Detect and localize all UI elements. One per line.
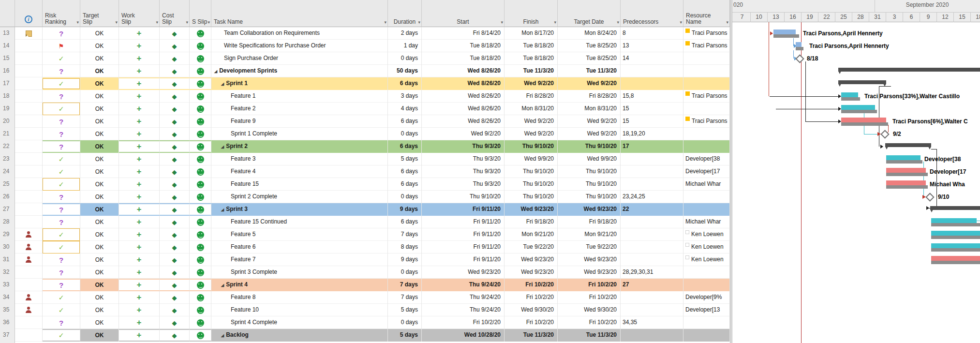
cell-finish[interactable]: Mon 8/17/20 [505, 27, 558, 40]
cell-sslip[interactable] [190, 228, 211, 241]
cell-res[interactable] [683, 191, 730, 203]
cell-res[interactable] [683, 52, 730, 65]
cell-id[interactable]: 27 [0, 203, 15, 216]
cell-work[interactable]: + [119, 279, 160, 291]
cell-tdate[interactable]: Wed 9/9/20 [558, 153, 621, 165]
cell-id[interactable]: 25 [0, 178, 15, 191]
cell-res[interactable]: Ken Loewen [683, 241, 730, 254]
cell-duration[interactable]: 5 days [388, 304, 422, 316]
task-bar[interactable] [931, 218, 977, 223]
cell-res[interactable] [683, 316, 730, 329]
cell-pred[interactable] [621, 77, 683, 90]
cell-task[interactable]: Feature 6 [211, 241, 388, 254]
cell-risk[interactable]: ? [43, 203, 80, 216]
cell-res[interactable] [683, 140, 730, 153]
cell-duration[interactable]: 0 days [388, 191, 422, 203]
cell-pred[interactable]: 8 [621, 27, 683, 40]
expand-triangle-icon[interactable]: ◢ [214, 69, 217, 74]
cell-tdate[interactable]: Tue 11/3/20 [558, 65, 621, 77]
cell-tdate[interactable]: Fri 9/18/20 [558, 216, 621, 228]
task-bar[interactable] [931, 243, 980, 248]
summary-bar[interactable] [930, 206, 980, 210]
cell-tdate[interactable]: Thu 9/10/20 [558, 140, 621, 153]
cell-id[interactable]: 29 [0, 228, 15, 241]
cell-id[interactable]: 32 [0, 266, 15, 279]
cell-res[interactable] [683, 203, 730, 216]
cell-cost[interactable]: ◆ [160, 304, 190, 316]
cell-finish[interactable]: Fri 10/2/20 [505, 291, 558, 304]
cell-start[interactable]: Wed 9/23/20 [422, 266, 505, 279]
cell-cost[interactable]: ◆ [160, 241, 190, 254]
cell-info[interactable] [15, 329, 43, 342]
cell-risk[interactable]: ? [43, 279, 80, 291]
cell-tdate[interactable]: Tue 8/25/20 [558, 52, 621, 65]
cell-start[interactable]: Thu 9/3/20 [422, 165, 505, 178]
cell-work[interactable]: + [119, 203, 160, 216]
cell-start[interactable]: Fri 10/2/20 [422, 316, 505, 329]
cell-start[interactable]: Thu 9/3/20 [422, 140, 505, 153]
cell-start[interactable]: Fri 9/11/20 [422, 254, 505, 266]
cell-finish[interactable]: Wed 9/2/20 [505, 115, 558, 128]
cell-target[interactable]: OK [80, 52, 119, 65]
filter-arrow-icon[interactable] [617, 19, 619, 26]
cell-work[interactable]: + [119, 77, 160, 90]
expand-triangle-icon[interactable]: ◢ [221, 208, 224, 212]
cell-cost[interactable]: ◆ [160, 103, 190, 115]
cell-pred[interactable] [621, 254, 683, 266]
cell-info[interactable] [15, 228, 43, 241]
cell-target[interactable]: OK [80, 241, 119, 254]
cell-duration[interactable]: 2 days [388, 27, 422, 40]
cell-work[interactable]: + [119, 52, 160, 65]
cell-work[interactable]: + [119, 27, 160, 40]
cell-res[interactable]: Traci Parsons [683, 90, 730, 103]
cell-task[interactable]: ◢Sprint 1 [211, 77, 388, 90]
cell-res[interactable]: Developer[13 [683, 304, 730, 316]
column-header-pred[interactable]: Predecessors [621, 0, 683, 27]
cell-res[interactable] [683, 279, 730, 291]
cell-task[interactable]: Feature 3 [211, 153, 388, 165]
cell-tdate[interactable]: Wed 9/30/20 [558, 304, 621, 316]
cell-start[interactable]: Thu 9/24/20 [422, 279, 505, 291]
cell-duration[interactable]: 1 day [388, 40, 422, 52]
cell-cost[interactable]: ◆ [160, 178, 190, 191]
cell-info[interactable] [15, 128, 43, 140]
cell-risk[interactable]: ✓ [43, 241, 80, 254]
cell-cost[interactable]: ◆ [160, 153, 190, 165]
cell-work[interactable]: + [119, 65, 160, 77]
cell-pred[interactable]: 15,8 [621, 90, 683, 103]
cell-info[interactable] [15, 140, 43, 153]
cell-work[interactable]: + [119, 128, 160, 140]
cell-task[interactable]: ◢Backlog [211, 329, 388, 342]
cell-target[interactable]: OK [80, 254, 119, 266]
cell-risk[interactable]: ? [43, 191, 80, 203]
cell-duration[interactable]: 7 days [388, 228, 422, 241]
expand-triangle-icon[interactable]: ◢ [221, 82, 224, 86]
cell-target[interactable]: OK [80, 304, 119, 316]
cell-task[interactable]: ◢Development Sprints [211, 65, 388, 77]
cell-pred[interactable]: 17 [621, 140, 683, 153]
cell-task[interactable]: Team Collaboration on Requirements [211, 27, 388, 40]
cell-res[interactable]: Michael Whar [683, 178, 730, 191]
cell-res[interactable] [683, 77, 730, 90]
cell-tdate[interactable]: Wed 9/2/20 [558, 115, 621, 128]
cell-risk[interactable]: ? [43, 128, 80, 140]
cell-finish[interactable]: Wed 9/2/20 [505, 128, 558, 140]
cell-res[interactable]: Traci Parsons [683, 115, 730, 128]
cell-pred[interactable] [621, 216, 683, 228]
cell-pred[interactable] [621, 165, 683, 178]
cell-task[interactable]: Write Specifications for Purchase Order [211, 40, 388, 52]
cell-cost[interactable]: ◆ [160, 191, 190, 203]
cell-res[interactable]: Ken Loewen [683, 254, 730, 266]
cell-sslip[interactable] [190, 65, 211, 77]
cell-work[interactable]: + [119, 291, 160, 304]
cell-duration[interactable]: 0 days [388, 128, 422, 140]
cell-tdate[interactable]: Thu 9/10/20 [558, 165, 621, 178]
cell-finish[interactable]: Thu 9/10/20 [505, 191, 558, 203]
cell-info[interactable] [15, 291, 43, 304]
summary-bar[interactable] [838, 68, 980, 72]
cell-task[interactable]: Feature 4 [211, 165, 388, 178]
cell-target[interactable]: OK [80, 165, 119, 178]
cell-duration[interactable]: 6 days [388, 216, 422, 228]
cell-id[interactable]: 28 [0, 216, 15, 228]
cell-cost[interactable]: ◆ [160, 203, 190, 216]
